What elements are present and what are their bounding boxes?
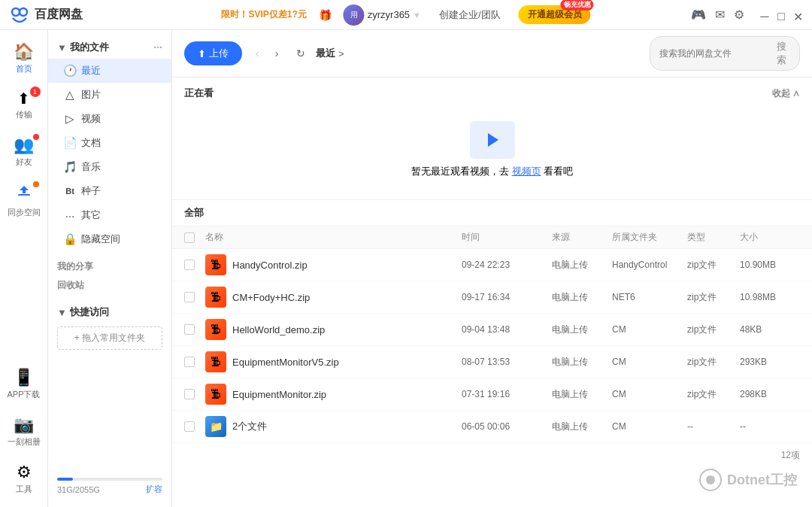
search-button[interactable]: 搜索 [772,40,790,67]
file-type-icon-2: 🗜 [211,323,221,335]
file-name-2[interactable]: HelloWorld_demo.zip [232,324,325,335]
svg-point-0 [12,8,20,16]
docs-icon: 📄 [63,136,77,150]
file-icon-1: 🗜 [205,287,226,308]
more-icon[interactable]: ··· [153,41,162,53]
table-row[interactable]: 🗜 CM+Fody+HC.zip 09-17 16:34 电脑上传 NET6 z… [172,281,812,314]
close-button[interactable]: ✕ [792,10,803,20]
row-check-4[interactable] [184,389,195,399]
sidebar-item-tools[interactable]: ⚙ 工具 [3,457,45,501]
collapse-button[interactable]: 收起 ∧ [772,87,800,100]
quick-access-arrow: ▼ [57,307,67,318]
row-check-3[interactable] [184,357,195,367]
app-title: 百度网盘 [35,7,83,23]
sidebar-item-home[interactable]: 🏠 首页 [3,36,45,80]
table-row[interactable]: 🗜 EquipmentMonitor.zip 07-31 19:16 电脑上传 … [172,378,812,411]
album-label: 一刻相册 [8,436,41,448]
sidebar-item-videos[interactable]: ▷ 视频 [48,107,171,131]
gift-icon[interactable]: 🎁 [319,9,332,21]
file-type-1: zip文件 [687,291,740,304]
sync-icon [15,183,33,205]
vip-button[interactable]: 开通超级会员 畅充优惠 [519,5,591,24]
video-page-link[interactable]: 视频页 [512,165,541,177]
file-type-icon-4: 🗜 [211,388,221,400]
row-checkbox-1 [184,292,205,302]
file-type-0: zip文件 [687,259,740,272]
file-name-cell-5: 📁 2个文件 [205,416,462,437]
row-check-5[interactable] [184,421,195,432]
file-source-2: 电脑上传 [552,323,612,336]
sidebar-item-private[interactable]: 🔒 隐藏空间 [48,227,171,251]
restore-button[interactable]: □ [776,10,786,20]
titlebar-right: 🎮 ✉ ⚙ ─ □ ✕ [691,8,803,22]
row-checkbox-5 [184,421,205,432]
content-area: ⬆ 上传 ‹ › ↻ 最近 > 搜索 正在看 收起 ∧ [172,30,812,507]
transfer-label: 传输 [16,109,32,120]
sidebar-item-friends[interactable]: 👥 好友 [3,129,45,174]
main-layout: 🏠 首页 ⬆ 传输 1 👥 好友 同步空间 📱 APP下载 📷 [0,30,812,507]
file-size-2: 48KB [740,324,800,335]
enterprise-button[interactable]: 创建企业/团队 [433,8,507,22]
appdownload-icon: 📱 [14,368,34,387]
expand-button[interactable]: 扩容 [146,484,162,495]
refresh-button[interactable]: ↻ [292,44,310,62]
sidebar-item-other[interactable]: ··· 其它 [48,203,171,227]
table-row[interactable]: 🗜 EquipmentMonitorV5.zip 08-07 13:53 电脑上… [172,346,812,378]
file-name-4[interactable]: EquipmentMonitor.zip [232,389,326,400]
settings-icon[interactable]: ⚙ [734,8,744,22]
quick-access-header[interactable]: ▼ 快捷访问 [48,301,171,323]
file-name-3[interactable]: EquipmentMonitorV5.zip [232,357,339,368]
file-time-5: 06-05 00:06 [462,421,552,432]
user-avatar-area[interactable]: 用 zyrzyr365 ▼ [344,5,421,26]
col-header-type: 类型 [687,231,740,244]
file-table: 名称 时间 来源 所属文件夹 类型 大小 🗜 HandyControl.zip … [172,226,812,443]
my-share-label[interactable]: 我的分享 [48,257,171,276]
nav-arrows: ‹ › [248,44,286,62]
add-folder-button[interactable]: + 拖入常用文件夹 [57,326,162,350]
sidebar-item-recent[interactable]: 🕐 最近 [48,59,171,83]
file-time-3: 08-07 13:53 [462,357,552,367]
row-check-0[interactable] [184,260,195,270]
sidebar-item-sync[interactable]: 同步空间 [3,177,45,224]
file-rows-container: 🗜 HandyControl.zip 09-24 22:23 电脑上传 Hand… [172,249,812,443]
sidebar-item-music[interactable]: 🎵 音乐 [48,155,171,179]
file-icon-4: 🗜 [205,384,226,405]
file-icon-3: 🗜 [205,351,226,372]
window-controls: ─ □ ✕ [759,10,803,20]
file-name-0[interactable]: HandyControl.zip [232,260,308,271]
sidebar-item-images[interactable]: △ 图片 [48,83,171,107]
file-time-0: 09-24 22:23 [462,260,552,270]
table-row[interactable]: 🗜 HandyControl.zip 09-24 22:23 电脑上传 Hand… [172,249,812,281]
item-count: 12项 [172,443,812,468]
recycle-label[interactable]: 回收站 [48,276,171,295]
col-header-folder: 所属文件夹 [612,231,687,244]
svip-promo[interactable]: 限时！SVIP仅差1?元 [221,8,306,21]
gamepad-icon[interactable]: 🎮 [691,8,706,22]
file-name-5[interactable]: 2个文件 [232,420,267,433]
sidebar-item-transfer[interactable]: ⬆ 传输 1 [3,83,45,126]
upload-button[interactable]: ⬆ 上传 [184,41,242,65]
sidebar-item-docs[interactable]: 📄 文档 [48,131,171,155]
file-table-header: 名称 时间 来源 所属文件夹 类型 大小 [172,226,812,249]
file-folder-0: HandyControl [612,260,687,270]
watching-title: 正在看 [184,87,214,100]
table-row[interactable]: 🗜 HelloWorld_demo.zip 09-04 13:48 电脑上传 C… [172,314,812,346]
sidebar-item-appdownload[interactable]: 📱 APP下载 [3,362,45,406]
select-all-checkbox[interactable] [184,232,195,243]
empty-video-area: 暂无最近观看视频，去 视频页 看看吧 [184,109,800,190]
table-row[interactable]: 📁 2个文件 06-05 00:06 电脑上传 CM -- -- [172,411,812,443]
sidebar-item-album[interactable]: 📷 一刻相册 [3,409,45,454]
back-button[interactable]: ‹ [248,44,266,62]
file-icon-5: 📁 [205,416,226,437]
row-check-2[interactable] [184,324,195,335]
avatar: 用 [344,5,365,26]
mail-icon[interactable]: ✉ [715,8,725,22]
minimize-button[interactable]: ─ [759,10,770,20]
forward-button[interactable]: › [268,44,286,62]
my-files-header[interactable]: ▼ 我的文件 ··· [48,36,171,59]
sidebar-item-torrent[interactable]: Bt 种子 [48,179,171,203]
file-name-1[interactable]: CM+Fody+HC.zip [232,292,310,303]
file-type-4: zip文件 [687,388,740,401]
row-check-1[interactable] [184,292,195,302]
search-input[interactable] [659,48,772,59]
